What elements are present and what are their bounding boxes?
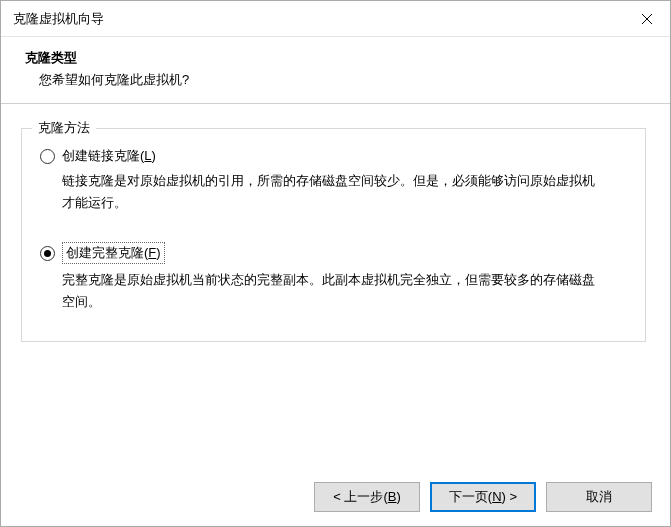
- cancel-button[interactable]: 取消: [546, 482, 652, 512]
- radio-dot-icon: [44, 250, 51, 257]
- wizard-content: 克隆方法 创建链接克隆(L) 链接克隆是对原始虚拟机的引用，所需的存储磁盘空间较…: [1, 104, 670, 470]
- clone-method-group: 克隆方法 创建链接克隆(L) 链接克隆是对原始虚拟机的引用，所需的存储磁盘空间较…: [21, 128, 646, 342]
- window-title: 克隆虚拟机向导: [13, 10, 104, 28]
- linked-clone-label: 创建链接克隆(L): [62, 147, 156, 165]
- wizard-footer: < 上一步(B) 下一页(N) > 取消: [1, 470, 670, 526]
- titlebar: 克隆虚拟机向导: [1, 1, 670, 37]
- linked-clone-desc: 链接克隆是对原始虚拟机的引用，所需的存储磁盘空间较少。但是，必须能够访问原始虚拟…: [40, 170, 600, 214]
- close-button[interactable]: [624, 1, 670, 37]
- wizard-window: 克隆虚拟机向导 克隆类型 您希望如何克隆此虚拟机? 克隆方法 创建链接克隆(L)…: [0, 0, 671, 527]
- page-subtitle: 您希望如何克隆此虚拟机?: [25, 71, 646, 89]
- linked-clone-option: 创建链接克隆(L) 链接克隆是对原始虚拟机的引用，所需的存储磁盘空间较少。但是，…: [40, 147, 627, 214]
- close-icon: [641, 13, 653, 25]
- back-button[interactable]: < 上一步(B): [314, 482, 420, 512]
- full-clone-label: 创建完整克隆(F): [62, 242, 165, 264]
- next-button[interactable]: 下一页(N) >: [430, 482, 536, 512]
- full-clone-option: 创建完整克隆(F) 完整克隆是原始虚拟机当前状态的完整副本。此副本虚拟机完全独立…: [40, 242, 627, 313]
- wizard-header: 克隆类型 您希望如何克隆此虚拟机?: [1, 37, 670, 104]
- group-label: 克隆方法: [32, 119, 96, 137]
- radio-icon: [40, 246, 55, 261]
- full-clone-radio[interactable]: 创建完整克隆(F): [40, 242, 627, 264]
- full-clone-desc: 完整克隆是原始虚拟机当前状态的完整副本。此副本虚拟机完全独立，但需要较多的存储磁…: [40, 269, 600, 313]
- page-title: 克隆类型: [25, 49, 646, 67]
- radio-icon: [40, 149, 55, 164]
- linked-clone-radio[interactable]: 创建链接克隆(L): [40, 147, 627, 165]
